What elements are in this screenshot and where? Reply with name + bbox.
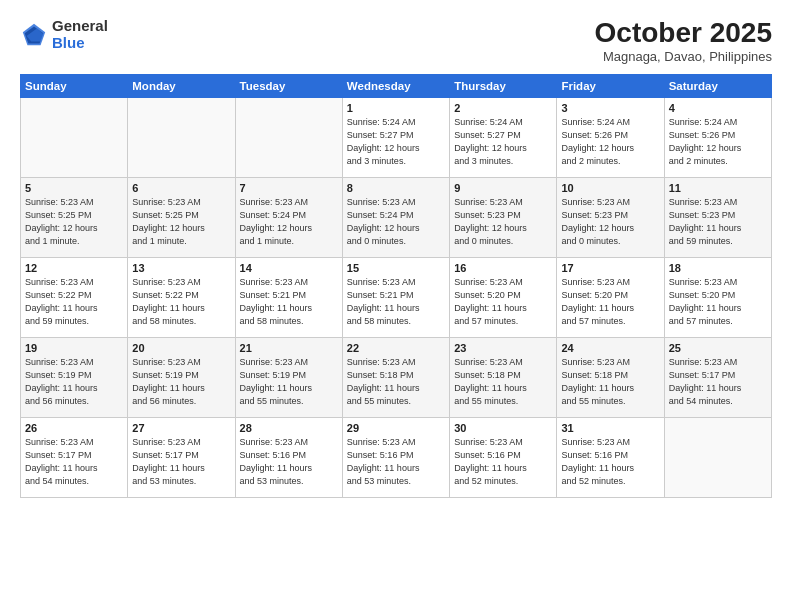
day-info: Sunrise: 5:23 AM Sunset: 5:19 PM Dayligh… — [132, 356, 230, 408]
calendar-week-4: 19Sunrise: 5:23 AM Sunset: 5:19 PM Dayli… — [21, 337, 772, 417]
day-number: 25 — [669, 342, 767, 354]
calendar-cell — [235, 97, 342, 177]
day-info: Sunrise: 5:23 AM Sunset: 5:23 PM Dayligh… — [454, 196, 552, 248]
day-info: Sunrise: 5:23 AM Sunset: 5:18 PM Dayligh… — [454, 356, 552, 408]
day-number: 4 — [669, 102, 767, 114]
logo-icon — [20, 21, 48, 49]
day-number: 21 — [240, 342, 338, 354]
day-header-tuesday: Tuesday — [235, 74, 342, 97]
day-info: Sunrise: 5:23 AM Sunset: 5:20 PM Dayligh… — [669, 276, 767, 328]
title-block: October 2025 Magnaga, Davao, Philippines — [595, 18, 772, 64]
calendar-week-2: 5Sunrise: 5:23 AM Sunset: 5:25 PM Daylig… — [21, 177, 772, 257]
calendar-cell: 8Sunrise: 5:23 AM Sunset: 5:24 PM Daylig… — [342, 177, 449, 257]
calendar-cell — [128, 97, 235, 177]
day-number: 17 — [561, 262, 659, 274]
day-header-thursday: Thursday — [450, 74, 557, 97]
calendar-cell: 28Sunrise: 5:23 AM Sunset: 5:16 PM Dayli… — [235, 417, 342, 497]
calendar-cell: 29Sunrise: 5:23 AM Sunset: 5:16 PM Dayli… — [342, 417, 449, 497]
day-info: Sunrise: 5:24 AM Sunset: 5:26 PM Dayligh… — [561, 116, 659, 168]
day-number: 19 — [25, 342, 123, 354]
month-title: October 2025 — [595, 18, 772, 49]
day-info: Sunrise: 5:23 AM Sunset: 5:17 PM Dayligh… — [25, 436, 123, 488]
day-info: Sunrise: 5:23 AM Sunset: 5:22 PM Dayligh… — [132, 276, 230, 328]
day-number: 30 — [454, 422, 552, 434]
day-info: Sunrise: 5:23 AM Sunset: 5:23 PM Dayligh… — [561, 196, 659, 248]
calendar-cell: 15Sunrise: 5:23 AM Sunset: 5:21 PM Dayli… — [342, 257, 449, 337]
day-info: Sunrise: 5:23 AM Sunset: 5:16 PM Dayligh… — [240, 436, 338, 488]
day-info: Sunrise: 5:23 AM Sunset: 5:16 PM Dayligh… — [454, 436, 552, 488]
day-header-wednesday: Wednesday — [342, 74, 449, 97]
calendar-cell: 10Sunrise: 5:23 AM Sunset: 5:23 PM Dayli… — [557, 177, 664, 257]
day-info: Sunrise: 5:23 AM Sunset: 5:24 PM Dayligh… — [347, 196, 445, 248]
calendar-cell: 2Sunrise: 5:24 AM Sunset: 5:27 PM Daylig… — [450, 97, 557, 177]
day-number: 12 — [25, 262, 123, 274]
calendar-cell: 30Sunrise: 5:23 AM Sunset: 5:16 PM Dayli… — [450, 417, 557, 497]
day-header-friday: Friday — [557, 74, 664, 97]
day-info: Sunrise: 5:23 AM Sunset: 5:21 PM Dayligh… — [240, 276, 338, 328]
page: General Blue October 2025 Magnaga, Davao… — [0, 0, 792, 612]
calendar-cell: 25Sunrise: 5:23 AM Sunset: 5:17 PM Dayli… — [664, 337, 771, 417]
calendar-cell: 9Sunrise: 5:23 AM Sunset: 5:23 PM Daylig… — [450, 177, 557, 257]
day-number: 3 — [561, 102, 659, 114]
day-number: 29 — [347, 422, 445, 434]
calendar-cell: 21Sunrise: 5:23 AM Sunset: 5:19 PM Dayli… — [235, 337, 342, 417]
calendar-cell: 23Sunrise: 5:23 AM Sunset: 5:18 PM Dayli… — [450, 337, 557, 417]
day-info: Sunrise: 5:23 AM Sunset: 5:24 PM Dayligh… — [240, 196, 338, 248]
day-info: Sunrise: 5:23 AM Sunset: 5:17 PM Dayligh… — [669, 356, 767, 408]
calendar-cell: 11Sunrise: 5:23 AM Sunset: 5:23 PM Dayli… — [664, 177, 771, 257]
calendar-cell: 26Sunrise: 5:23 AM Sunset: 5:17 PM Dayli… — [21, 417, 128, 497]
calendar-week-5: 26Sunrise: 5:23 AM Sunset: 5:17 PM Dayli… — [21, 417, 772, 497]
day-number: 8 — [347, 182, 445, 194]
day-info: Sunrise: 5:23 AM Sunset: 5:19 PM Dayligh… — [25, 356, 123, 408]
calendar-cell: 4Sunrise: 5:24 AM Sunset: 5:26 PM Daylig… — [664, 97, 771, 177]
day-info: Sunrise: 5:24 AM Sunset: 5:26 PM Dayligh… — [669, 116, 767, 168]
day-info: Sunrise: 5:23 AM Sunset: 5:16 PM Dayligh… — [561, 436, 659, 488]
calendar-cell: 18Sunrise: 5:23 AM Sunset: 5:20 PM Dayli… — [664, 257, 771, 337]
calendar-week-1: 1Sunrise: 5:24 AM Sunset: 5:27 PM Daylig… — [21, 97, 772, 177]
day-number: 24 — [561, 342, 659, 354]
calendar-cell: 22Sunrise: 5:23 AM Sunset: 5:18 PM Dayli… — [342, 337, 449, 417]
calendar-cell: 7Sunrise: 5:23 AM Sunset: 5:24 PM Daylig… — [235, 177, 342, 257]
day-info: Sunrise: 5:23 AM Sunset: 5:18 PM Dayligh… — [347, 356, 445, 408]
calendar-cell: 16Sunrise: 5:23 AM Sunset: 5:20 PM Dayli… — [450, 257, 557, 337]
logo-general-text: General — [52, 17, 108, 34]
day-info: Sunrise: 5:23 AM Sunset: 5:16 PM Dayligh… — [347, 436, 445, 488]
day-number: 2 — [454, 102, 552, 114]
logo-blue-text: Blue — [52, 34, 85, 51]
day-number: 20 — [132, 342, 230, 354]
calendar-cell: 12Sunrise: 5:23 AM Sunset: 5:22 PM Dayli… — [21, 257, 128, 337]
calendar-cell: 24Sunrise: 5:23 AM Sunset: 5:18 PM Dayli… — [557, 337, 664, 417]
day-header-monday: Monday — [128, 74, 235, 97]
day-number: 22 — [347, 342, 445, 354]
day-number: 18 — [669, 262, 767, 274]
day-info: Sunrise: 5:23 AM Sunset: 5:22 PM Dayligh… — [25, 276, 123, 328]
day-number: 6 — [132, 182, 230, 194]
day-header-sunday: Sunday — [21, 74, 128, 97]
calendar-cell: 17Sunrise: 5:23 AM Sunset: 5:20 PM Dayli… — [557, 257, 664, 337]
logo: General Blue — [20, 18, 108, 51]
day-number: 26 — [25, 422, 123, 434]
day-info: Sunrise: 5:23 AM Sunset: 5:23 PM Dayligh… — [669, 196, 767, 248]
day-number: 7 — [240, 182, 338, 194]
day-number: 10 — [561, 182, 659, 194]
day-number: 14 — [240, 262, 338, 274]
calendar-cell — [21, 97, 128, 177]
day-number: 31 — [561, 422, 659, 434]
location: Magnaga, Davao, Philippines — [595, 49, 772, 64]
day-info: Sunrise: 5:23 AM Sunset: 5:20 PM Dayligh… — [561, 276, 659, 328]
day-header-saturday: Saturday — [664, 74, 771, 97]
day-info: Sunrise: 5:23 AM Sunset: 5:25 PM Dayligh… — [132, 196, 230, 248]
calendar-cell: 27Sunrise: 5:23 AM Sunset: 5:17 PM Dayli… — [128, 417, 235, 497]
calendar-cell: 31Sunrise: 5:23 AM Sunset: 5:16 PM Dayli… — [557, 417, 664, 497]
day-info: Sunrise: 5:23 AM Sunset: 5:21 PM Dayligh… — [347, 276, 445, 328]
logo-text: General Blue — [52, 18, 108, 51]
calendar-week-3: 12Sunrise: 5:23 AM Sunset: 5:22 PM Dayli… — [21, 257, 772, 337]
day-number: 27 — [132, 422, 230, 434]
calendar-header-row: SundayMondayTuesdayWednesdayThursdayFrid… — [21, 74, 772, 97]
calendar-cell: 19Sunrise: 5:23 AM Sunset: 5:19 PM Dayli… — [21, 337, 128, 417]
calendar-cell: 3Sunrise: 5:24 AM Sunset: 5:26 PM Daylig… — [557, 97, 664, 177]
calendar-table: SundayMondayTuesdayWednesdayThursdayFrid… — [20, 74, 772, 498]
day-number: 28 — [240, 422, 338, 434]
calendar-cell: 14Sunrise: 5:23 AM Sunset: 5:21 PM Dayli… — [235, 257, 342, 337]
calendar-cell: 13Sunrise: 5:23 AM Sunset: 5:22 PM Dayli… — [128, 257, 235, 337]
